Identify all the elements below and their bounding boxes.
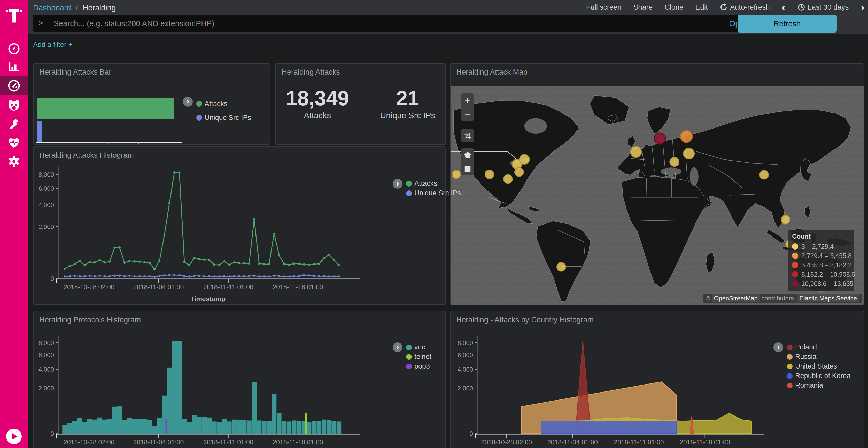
data-point[interactable] — [223, 275, 225, 277]
bar-vnc[interactable] — [177, 341, 182, 434]
data-point[interactable] — [318, 263, 320, 265]
legend-toggle-button[interactable] — [773, 342, 783, 352]
data-point[interactable] — [108, 275, 111, 277]
attack-location-dot[interactable] — [670, 157, 679, 167]
bar-vnc[interactable] — [312, 421, 316, 434]
data-point[interactable] — [108, 261, 111, 263]
map-legend-item[interactable]: 5,455.8 – 8,182.2 — [792, 261, 850, 270]
data-point[interactable] — [94, 275, 96, 277]
data-point[interactable] — [198, 258, 200, 260]
legend-item[interactable]: Unique Src IPs — [406, 188, 461, 198]
time-forward-arrow[interactable]: › — [861, 4, 864, 11]
bar-vnc[interactable] — [107, 419, 112, 434]
sidebar-expand-button[interactable] — [0, 428, 28, 444]
legend-item[interactable]: Republic of Korea — [787, 371, 851, 381]
map-draw-polygon-button[interactable] — [461, 148, 474, 162]
bar-vnc[interactable] — [132, 419, 137, 434]
data-point[interactable] — [89, 275, 91, 277]
data-point[interactable] — [98, 275, 100, 277]
bar-vnc[interactable] — [272, 394, 277, 434]
bar-vnc[interactable] — [77, 418, 82, 434]
data-point[interactable] — [323, 257, 325, 260]
legend-toggle-button[interactable] — [393, 342, 402, 352]
bar-vnc[interactable] — [87, 419, 92, 434]
bar-vnc[interactable] — [82, 422, 87, 434]
data-point[interactable] — [173, 274, 176, 276]
data-point[interactable] — [338, 275, 340, 277]
data-point[interactable] — [288, 275, 290, 277]
data-point[interactable] — [213, 264, 215, 266]
data-point[interactable] — [308, 274, 310, 276]
attack-location-dot[interactable] — [485, 170, 494, 179]
bar-vnc[interactable] — [152, 426, 157, 434]
bar-vnc[interactable] — [267, 421, 272, 434]
bar-vnc[interactable] — [337, 421, 342, 434]
bar-vnc[interactable] — [172, 341, 177, 434]
data-point[interactable] — [203, 275, 206, 277]
bar-vnc[interactable] — [242, 420, 247, 434]
data-point[interactable] — [293, 275, 295, 277]
country-histogram-chart[interactable]: 02,0004,0006,0008,0002018-10-28 02:00201… — [451, 311, 794, 448]
bar-telnet[interactable] — [305, 413, 307, 434]
data-point[interactable] — [298, 275, 300, 277]
data-point[interactable] — [208, 259, 210, 261]
breadcrumb-dashboard-link[interactable]: Dashboard — [33, 3, 71, 12]
bar-vnc[interactable] — [332, 421, 336, 434]
bar-vnc[interactable] — [157, 418, 162, 434]
attack-location-dot[interactable] — [760, 170, 769, 179]
map-legend-item[interactable]: 8,182.2 – 10,908.6 — [792, 270, 850, 279]
data-point[interactable] — [153, 268, 156, 271]
bar-vnc[interactable] — [257, 420, 262, 434]
data-point[interactable] — [263, 275, 265, 277]
map-legend-item[interactable]: 3 – 2,729.4 — [792, 242, 850, 251]
data-point[interactable] — [253, 275, 255, 277]
t-mobile-logo[interactable] — [0, 4, 28, 27]
bar-vnc[interactable] — [147, 420, 152, 434]
data-point[interactable] — [64, 268, 66, 270]
bar-vnc[interactable] — [247, 420, 252, 434]
attack-location-dot[interactable] — [654, 133, 666, 144]
attacks-histogram-chart[interactable]: 02,0004,0006,0008,0002018-10-28 02:00201… — [34, 147, 390, 305]
data-point[interactable] — [288, 264, 290, 266]
bar-vnc[interactable] — [316, 421, 321, 434]
data-point[interactable] — [103, 275, 106, 277]
map-legend-item[interactable]: 2,729.4 – 5,455.8 — [792, 251, 850, 261]
data-point[interactable] — [74, 263, 76, 265]
data-point[interactable] — [248, 275, 250, 277]
data-point[interactable] — [69, 265, 71, 267]
data-point[interactable] — [98, 259, 100, 261]
data-point[interactable] — [248, 263, 250, 265]
bar-vnc[interactable] — [207, 418, 212, 434]
data-point[interactable] — [178, 172, 180, 174]
time-back-arrow[interactable]: ‹ — [782, 4, 785, 11]
data-point[interactable] — [183, 275, 185, 277]
bar-vnc[interactable] — [97, 418, 102, 434]
legend-item[interactable]: Attacks — [406, 179, 461, 188]
attack-location-dot[interactable] — [557, 263, 566, 271]
bar-vnc[interactable] — [167, 368, 172, 434]
bar-vnc[interactable] — [212, 421, 217, 434]
map-zoom-out-button[interactable]: − — [461, 107, 474, 121]
legend-item[interactable]: Unique Src IPs — [196, 111, 251, 125]
data-point[interactable] — [193, 275, 195, 277]
ems-attribution-link[interactable]: Elastic Maps Service — [797, 294, 859, 302]
data-point[interactable] — [114, 247, 116, 249]
data-point[interactable] — [69, 275, 71, 277]
data-point[interactable] — [144, 261, 146, 263]
attack-location-dot[interactable] — [630, 146, 642, 158]
legend-item[interactable]: Attacks — [196, 97, 251, 111]
share-button[interactable]: Share — [633, 3, 653, 11]
bar-vnc[interactable] — [127, 418, 132, 434]
data-point[interactable] — [64, 275, 66, 277]
data-point[interactable] — [278, 275, 280, 277]
data-point[interactable] — [333, 259, 335, 261]
legend-toggle-button[interactable] — [183, 97, 193, 107]
data-point[interactable] — [123, 262, 126, 264]
attack-location-dot[interactable] — [503, 175, 512, 183]
data-point[interactable] — [238, 275, 240, 277]
bar-vnc[interactable] — [182, 419, 187, 434]
bar-vnc[interactable] — [122, 420, 127, 434]
data-point[interactable] — [213, 275, 215, 277]
data-point[interactable] — [94, 262, 96, 264]
bar-vnc[interactable] — [262, 421, 267, 434]
